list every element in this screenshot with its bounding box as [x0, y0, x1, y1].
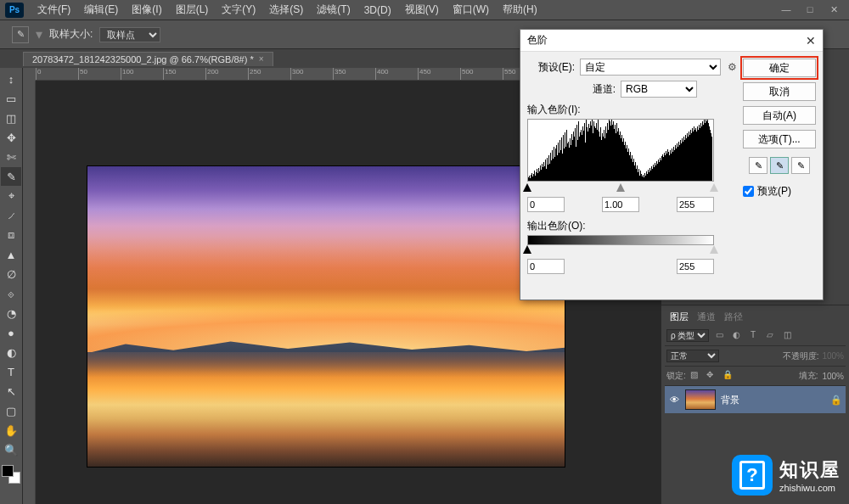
sample-size-label: 取样大小: [49, 27, 93, 42]
auto-button[interactable]: 自动(A) [743, 106, 816, 125]
minimize-button[interactable]: — [774, 2, 798, 17]
move-tool[interactable]: ↕ [1, 70, 21, 88]
ruler-corner [23, 68, 36, 81]
ps-logo: Ps [5, 3, 24, 18]
canvas-image[interactable] [87, 165, 565, 468]
blur-tool[interactable]: ◔ [1, 304, 21, 322]
output-black-field[interactable] [527, 259, 565, 274]
layer-item[interactable]: 👁 背景 🔒 [665, 386, 846, 413]
output-slider[interactable] [527, 245, 714, 255]
menu-filter[interactable]: 滤镜(T) [310, 3, 357, 17]
menu-help[interactable]: 帮助(H) [496, 3, 544, 17]
opacity-value[interactable]: 100% [822, 351, 844, 361]
lasso-tool[interactable]: ◫ [1, 109, 21, 127]
menu-select[interactable]: 选择(S) [262, 3, 310, 17]
filter-smart-icon[interactable]: ◫ [780, 328, 794, 342]
output-white-handle[interactable] [710, 245, 718, 254]
dialog-titlebar[interactable]: 色阶 ✕ [520, 30, 823, 52]
layer-name: 背景 [721, 394, 739, 406]
menu-layer[interactable]: 图层(L) [169, 3, 216, 17]
ok-button[interactable]: 确定 [743, 59, 816, 77]
watermark: ? 知识屋 zhishiwu.com [732, 455, 841, 496]
marquee-tool[interactable]: ▭ [1, 89, 21, 108]
lock-pixels-icon[interactable]: ▨ [690, 370, 702, 382]
layer-filter-select[interactable]: ρ 类型 [666, 329, 709, 342]
preview-checkbox[interactable]: 预览(P) [743, 184, 816, 199]
preset-gear-icon[interactable]: ⚙ [726, 61, 738, 73]
heal-tool[interactable]: ⌖ [1, 187, 21, 205]
menu-3d[interactable]: 3D(D) [357, 4, 398, 16]
menu-type[interactable]: 文字(Y) [215, 3, 262, 17]
path-select-tool[interactable]: ↖ [1, 382, 21, 400]
menu-window[interactable]: 窗口(W) [446, 3, 496, 17]
blend-mode-select[interactable]: 正常 [666, 350, 719, 362]
input-black-handle[interactable] [523, 183, 531, 192]
fg-color-swatch[interactable] [2, 465, 14, 477]
filter-image-icon[interactable]: ▭ [712, 328, 726, 342]
lock-all-icon[interactable]: 🔒 [722, 370, 734, 382]
wand-tool[interactable]: ✥ [1, 128, 21, 147]
blend-row: 正常 不透明度: 100% [665, 346, 846, 367]
sample-size-select[interactable]: 取样点 [99, 27, 160, 42]
filter-shape-icon[interactable]: ▱ [763, 328, 777, 342]
input-gamma-field[interactable] [602, 197, 639, 212]
history-brush-tool[interactable]: ▲ [1, 245, 21, 264]
eyedropper-tool[interactable]: ✎ [1, 167, 21, 186]
brush-tool[interactable]: ⟋ [1, 206, 21, 225]
menu-file[interactable]: 文件(F) [31, 3, 77, 17]
image-sky-region [87, 166, 565, 352]
lock-row: 锁定: ▨ ✥ 🔒 填充: 100% [665, 367, 846, 386]
layers-panel: 图层 通道 路径 ρ 类型 ▭ ◐ T ▱ ◫ 正常 不透明度: 100% 锁定… [661, 305, 849, 417]
close-button[interactable]: ✕ [822, 2, 846, 17]
zoom-tool[interactable]: 🔍 [1, 440, 21, 459]
menu-edit[interactable]: 编辑(E) [77, 3, 125, 17]
color-swatches[interactable] [2, 465, 20, 484]
cancel-button[interactable]: 取消 [743, 82, 816, 101]
preview-label: 预览(P) [757, 184, 791, 199]
eyedropper-white-icon[interactable]: ✎ [791, 157, 810, 174]
input-white-field[interactable] [677, 197, 714, 212]
type-tool[interactable]: T [1, 362, 21, 381]
stamp-tool[interactable]: ⧈ [1, 226, 21, 244]
layer-thumbnail[interactable] [685, 389, 716, 410]
close-tab-icon[interactable]: × [259, 54, 264, 64]
eyedropper-black-icon[interactable]: ✎ [749, 157, 767, 174]
eraser-tool[interactable]: ∅ [1, 265, 21, 283]
menu-view[interactable]: 视图(V) [398, 3, 446, 17]
ruler-vertical [23, 81, 36, 504]
filter-type-icon[interactable]: T [746, 328, 760, 342]
maximize-button[interactable]: □ [798, 2, 822, 17]
preset-select[interactable]: 自定 [580, 59, 721, 76]
fill-value[interactable]: 100% [822, 372, 844, 381]
visibility-icon[interactable]: 👁 [668, 395, 680, 405]
menubar: Ps 文件(F) 编辑(E) 图像(I) 图层(L) 文字(Y) 选择(S) 滤… [0, 0, 849, 20]
tab-paths[interactable]: 路径 [724, 311, 743, 323]
lock-position-icon[interactable]: ✥ [706, 370, 718, 382]
input-black-field[interactable] [527, 197, 565, 212]
tool-indicator-icon[interactable]: ✎ [12, 26, 29, 43]
gradient-tool[interactable]: ⟐ [1, 284, 21, 303]
document-tab-title: 20783472_181242325000_2.jpg @ 66.7%(RGB/… [32, 54, 254, 64]
preview-checkbox-input[interactable] [743, 186, 754, 197]
document-tab[interactable]: 20783472_181242325000_2.jpg @ 66.7%(RGB/… [23, 52, 273, 66]
watermark-en: zhishiwu.com [779, 483, 841, 493]
dialog-title: 色阶 [527, 33, 548, 48]
tab-layers[interactable]: 图层 [670, 311, 689, 323]
output-black-handle[interactable] [523, 245, 531, 254]
menu-image[interactable]: 图像(I) [125, 3, 168, 17]
input-white-handle[interactable] [710, 183, 718, 192]
output-white-field[interactable] [677, 259, 714, 274]
input-slider[interactable] [527, 183, 714, 193]
dialog-close-icon[interactable]: ✕ [806, 34, 816, 48]
filter-adjust-icon[interactable]: ◐ [729, 328, 743, 342]
input-gamma-handle[interactable] [616, 183, 625, 192]
dodge-tool[interactable]: ● [1, 323, 21, 342]
tab-channels[interactable]: 通道 [697, 311, 716, 323]
shape-tool[interactable]: ▢ [1, 401, 21, 420]
channel-select[interactable]: RGB [621, 81, 697, 98]
crop-tool[interactable]: ✄ [1, 148, 21, 166]
options-button[interactable]: 选项(T)... [743, 130, 816, 148]
eyedropper-gray-icon[interactable]: ✎ [770, 157, 789, 174]
hand-tool[interactable]: ✋ [1, 421, 21, 440]
pen-tool[interactable]: ◐ [1, 343, 21, 361]
